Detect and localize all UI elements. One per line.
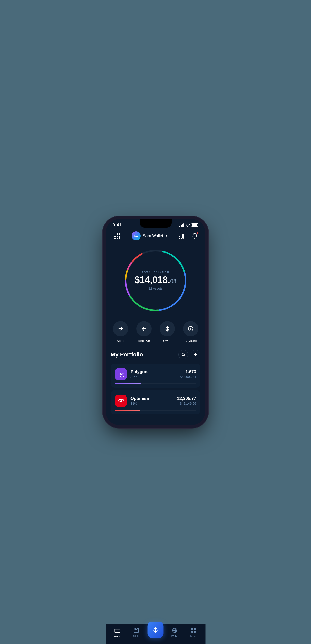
optimism-values: 12,305.77 $42,149.56	[177, 396, 196, 405]
optimism-bar-container	[115, 410, 196, 411]
chart-button[interactable]	[177, 231, 186, 240]
polygon-bar	[115, 383, 141, 384]
svg-rect-4	[181, 235, 182, 238]
buysell-button[interactable]: $ Buy/Sell	[183, 321, 198, 343]
polygon-bar-container	[115, 383, 196, 384]
portfolio-header-actions	[178, 350, 200, 359]
svg-rect-3	[179, 236, 180, 238]
polygon-percent: 32%	[130, 375, 176, 379]
portfolio-title: My Portfolio	[111, 351, 143, 358]
portfolio-add-button[interactable]	[191, 350, 200, 359]
balance-amount: $14,018.08	[133, 275, 178, 284]
status-icons	[179, 223, 198, 227]
polygon-logo	[115, 368, 127, 380]
chevron-down-icon: ▾	[166, 234, 167, 238]
wifi-icon	[186, 224, 190, 227]
action-buttons: Send Receive	[106, 319, 205, 350]
balance-label: TOTAL BALANCE	[133, 271, 178, 274]
polygon-row: Polygon 32% 1.673 $43,003.34	[115, 368, 196, 380]
portfolio-section: My Portfolio	[106, 350, 205, 425]
polygon-amount: 1.673	[180, 369, 196, 374]
svg-point-19	[182, 353, 184, 356]
wallet-avatar: SW	[132, 231, 141, 240]
swap-icon	[160, 321, 175, 336]
buysell-label: Buy/Sell	[185, 339, 197, 343]
buysell-icon: $	[183, 321, 198, 336]
optimism-name: Optimism	[130, 396, 173, 401]
send-icon	[113, 321, 128, 336]
optimism-bar	[115, 410, 140, 411]
receive-button[interactable]: Receive	[136, 321, 152, 343]
balance-section: TOTAL BALANCE $14,018.08 12 Assets	[106, 245, 205, 319]
balance-main: $14,018.	[135, 274, 170, 285]
optimism-info: Optimism 31%	[130, 396, 173, 405]
app-header: SW Sam Wallet ▾	[106, 229, 205, 245]
asset-card-polygon[interactable]: Polygon 32% 1.673 $43,003.34	[111, 364, 200, 388]
polygon-values: 1.673 $43,003.34	[180, 369, 196, 379]
status-time: 9:41	[113, 223, 121, 228]
phone-screen: 9:41	[106, 219, 205, 425]
optimism-amount: 12,305.77	[177, 396, 196, 401]
wallet-selector[interactable]: SW Sam Wallet ▾	[132, 231, 167, 240]
svg-rect-1	[118, 233, 120, 235]
svg-text:$: $	[190, 327, 191, 330]
balance-cents: 08	[170, 278, 176, 284]
svg-point-23	[121, 373, 123, 375]
notifications-button[interactable]	[190, 231, 199, 240]
optimism-logo-text: OP	[118, 399, 123, 403]
polygon-info: Polygon 32%	[130, 369, 176, 379]
asset-card-optimism[interactable]: OP Optimism 31% 12,305.77 $42,149.56	[111, 390, 200, 414]
polygon-usd: $43,003.34	[180, 375, 196, 379]
phone-frame: 9:41	[106, 219, 205, 425]
swap-button[interactable]: Swap	[160, 321, 175, 343]
send-label: Send	[117, 339, 124, 343]
swap-label: Swap	[163, 339, 171, 343]
optimism-logo: OP	[115, 395, 127, 407]
send-button[interactable]: Send	[113, 321, 128, 343]
notch	[140, 219, 172, 228]
svg-rect-2	[114, 237, 116, 239]
svg-rect-5	[183, 234, 184, 238]
polygon-name: Polygon	[130, 369, 176, 374]
scan-button[interactable]	[112, 231, 122, 241]
balance-info: TOTAL BALANCE $14,018.08 12 Assets	[133, 271, 178, 290]
svg-line-20	[184, 355, 185, 356]
optimism-usd: $42,149.56	[177, 402, 196, 405]
receive-label: Receive	[138, 339, 150, 343]
header-actions	[177, 231, 199, 240]
portfolio-search-button[interactable]	[178, 350, 188, 359]
signal-bars-icon	[179, 223, 184, 227]
optimism-row: OP Optimism 31% 12,305.77 $42,149.56	[115, 395, 196, 407]
optimism-percent: 31%	[130, 402, 173, 405]
balance-circle: TOTAL BALANCE $14,018.08 12 Assets	[123, 247, 189, 313]
balance-assets-count: 12 Assets	[133, 286, 178, 290]
svg-rect-0	[114, 233, 116, 235]
notification-badge	[196, 232, 199, 234]
receive-icon	[136, 321, 152, 336]
battery-icon	[191, 223, 198, 227]
wallet-name: Sam Wallet	[143, 234, 163, 238]
portfolio-header: My Portfolio	[111, 350, 200, 359]
